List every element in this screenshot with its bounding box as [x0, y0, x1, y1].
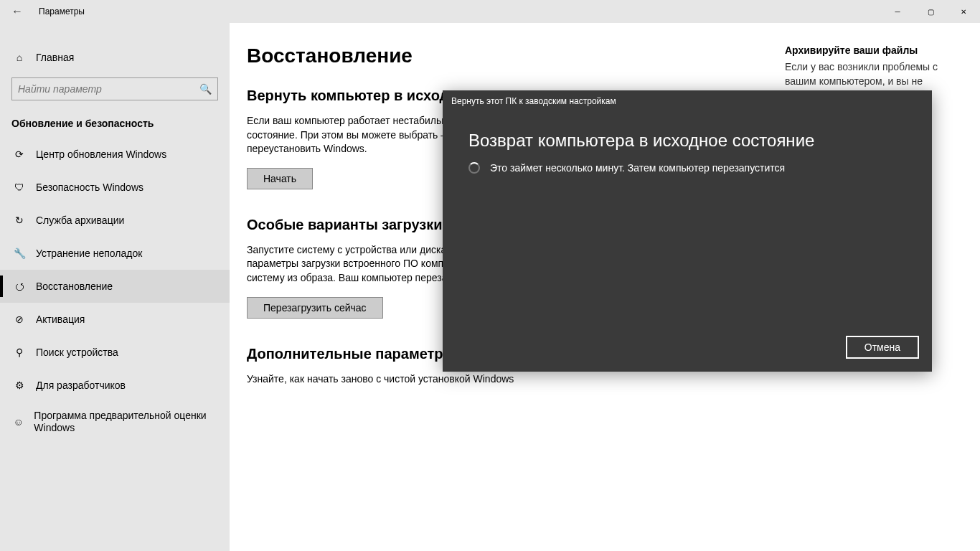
nav-label: Активация: [36, 314, 90, 326]
nav-windows-update[interactable]: ⟳ Центр обновления Windows: [0, 138, 230, 171]
home-nav[interactable]: ⌂ Главная: [0, 43, 230, 72]
recovery-icon: ⭯: [11, 281, 27, 292]
sync-icon: ⟳: [11, 149, 27, 160]
nav-insider[interactable]: ☺ Программа предварительной оценки Windo…: [0, 402, 230, 442]
dialog-message: Это займет несколько минут. Затем компью…: [490, 162, 785, 174]
maximize-button[interactable]: ▢: [914, 0, 947, 23]
more-description: Узнайте, как начать заново с чистой уста…: [247, 372, 720, 387]
dev-icon: ⚙: [11, 380, 27, 391]
window-title: Параметры: [39, 6, 85, 17]
check-icon: ⊘: [11, 314, 27, 325]
nav-windows-security[interactable]: 🛡 Безопасность Windows: [0, 171, 230, 204]
nav-label: Центр обновления Windows: [36, 149, 172, 161]
home-icon: ⌂: [11, 52, 27, 63]
cancel-button[interactable]: Отмена: [846, 336, 919, 359]
dialog-title: Вернуть этот ПК к заводским настройкам: [443, 90, 932, 109]
nav-label: Безопасность Windows: [36, 182, 149, 194]
nav-label: Устранение неполадок: [36, 248, 148, 260]
dialog-heading: Возврат компьютера в исходное состояние: [443, 109, 932, 162]
search-icon: 🔍: [199, 83, 212, 95]
page-title: Восстановление: [247, 44, 771, 67]
wrench-icon: 🔧: [11, 248, 27, 259]
spinner-icon: [468, 162, 480, 174]
close-button[interactable]: ✕: [947, 0, 980, 23]
category-heading: Обновление и безопасность: [0, 100, 230, 138]
nav-troubleshoot[interactable]: 🔧 Устранение неполадок: [0, 237, 230, 270]
nav-find-device[interactable]: ⚲ Поиск устройства: [0, 336, 230, 369]
reset-dialog: Вернуть этот ПК к заводским настройкам В…: [443, 90, 932, 372]
backup-icon: ↻: [11, 215, 27, 226]
search-input[interactable]: [18, 83, 199, 95]
minimize-button[interactable]: ─: [881, 0, 914, 23]
nav-label: Служба архивации: [36, 215, 130, 227]
nav-recovery[interactable]: ⭯ Восстановление: [0, 270, 230, 303]
nav-label: Восстановление: [36, 281, 118, 293]
insider-icon: ☺: [11, 416, 25, 428]
location-icon: ⚲: [11, 347, 27, 358]
sidebar: ⌂ Главная 🔍 Обновление и безопасность ⟳ …: [0, 23, 230, 551]
nav-label: Программа предварительной оценки Windows: [34, 410, 230, 434]
home-label: Главная: [36, 52, 74, 63]
titlebar: ← Параметры ─ ▢ ✕: [0, 0, 980, 23]
nav-backup[interactable]: ↻ Служба архивации: [0, 204, 230, 237]
back-button[interactable]: ←: [0, 5, 34, 18]
nav-developers[interactable]: ⚙ Для разработчиков: [0, 369, 230, 402]
reset-start-button[interactable]: Начать: [247, 168, 313, 189]
nav-activation[interactable]: ⊘ Активация: [0, 303, 230, 336]
shield-icon: 🛡: [11, 182, 27, 193]
restart-now-button[interactable]: Перезагрузить сейчас: [247, 297, 383, 319]
nav-label: Поиск устройства: [36, 347, 124, 359]
backup-heading: Архивируйте ваши файлы: [785, 44, 951, 56]
nav-label: Для разработчиков: [36, 380, 131, 392]
search-box[interactable]: 🔍: [11, 77, 218, 100]
